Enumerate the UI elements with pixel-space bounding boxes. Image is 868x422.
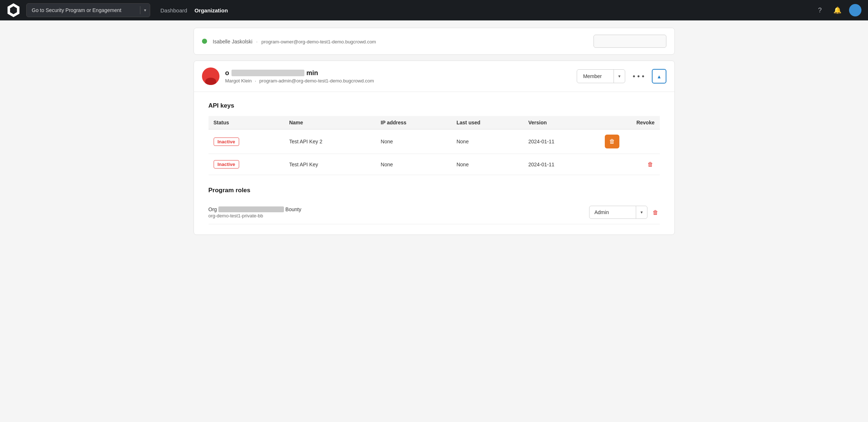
role-select-placeholder [593,35,666,48]
admin-role-select[interactable]: Admin ▾ [589,206,647,219]
member-controls: Member ▾ • • • ▴ [577,69,666,84]
member-info: o min Margot Klein · program-admin@org-d… [225,69,571,84]
member-expanded-content: API keys Status Name IP address Last use… [194,92,674,235]
name-prefix: o [225,69,229,77]
trash-icon-role: 🗑 [653,209,658,216]
row2-ip: None [375,154,451,175]
nav-links: Dashboard Organization [160,7,228,13]
top-member-card: Isabelle Jaskolski · program-owner@org-d… [194,28,675,55]
top-member-info: Isabelle Jaskolski · program-owner@org-d… [213,38,376,44]
api-key-row-1: Inactive Test API Key 2 None None 2024-0… [209,129,660,154]
security-program-dropdown[interactable]: Go to Security Program or Engagement ▾ [26,3,150,17]
role-select[interactable]: Member ▾ [577,69,625,83]
chevron-down-icon: ▾ [144,8,146,13]
program-role-name: Org Bounty [209,206,589,212]
status-badge-inactive-2: Inactive [214,160,239,169]
role-name-prefix: Org [209,206,217,212]
row1-name: Test API Key 2 [284,129,375,154]
logo-inner [9,6,17,14]
row2-last-used: None [451,154,523,175]
top-navigation: Go to Security Program or Engagement ▾ D… [0,0,868,20]
row2-status: Inactive [209,154,284,175]
email-separator: · [255,78,256,84]
chevron-down-icon: ▾ [636,210,647,215]
notifications-button[interactable]: 🔔 [832,4,843,16]
program-role-sub: org-demo-test1-private-bb [209,213,589,218]
trash-icon: 🗑 [609,138,615,145]
api-keys-table: Status Name IP address Last used Version… [209,116,660,175]
row1-status: Inactive [209,129,284,154]
col-last-used: Last used [451,116,523,129]
col-status: Status [209,116,284,129]
name-redacted [231,70,304,76]
program-role-item-1: Org Bounty org-demo-test1-private-bb Adm… [209,201,660,224]
revoke-button-highlighted[interactable]: 🗑 [605,135,619,148]
chevron-down-icon: ▾ [614,74,625,79]
admin-role-label: Admin [589,209,636,215]
role-label: Member [577,73,614,79]
role-name-redacted [218,206,284,212]
chevron-up-icon: ▴ [658,73,661,80]
revoke-button-plain[interactable]: 🗑 [646,159,655,170]
api-table-body: Inactive Test API Key 2 None None 2024-0… [209,129,660,175]
col-revoke: Revoke [600,116,659,129]
program-roles-section: Program roles Org Bounty org-demo-test1-… [209,187,660,224]
api-keys-section: API keys Status Name IP address Last use… [209,102,660,175]
dashboard-link[interactable]: Dashboard [160,7,187,13]
page-content: Isabelle Jaskolski · program-owner@org-d… [183,20,686,248]
status-dot [202,39,207,44]
bell-icon: 🔔 [833,6,841,14]
row1-ip: None [375,129,451,154]
member-email: Margot Klein · program-admin@org-demo-te… [225,78,571,84]
collapse-button[interactable]: ▴ [652,69,666,84]
role-name-suffix: Bounty [285,206,301,212]
api-table-header: Status Name IP address Last used Version… [209,116,660,129]
help-button[interactable]: ? [814,4,826,16]
top-member-email: program-owner@org-demo-test1-demo.bugcro… [261,39,376,44]
help-icon: ? [818,7,822,14]
program-role-controls: Admin ▾ 🗑 [589,206,660,219]
top-member-name: Isabelle Jaskolski [213,39,253,44]
status-badge-inactive: Inactive [214,138,239,146]
col-ip: IP address [375,116,451,129]
email-address: program-admin@org-demo-test1-demo.bugcro… [259,78,374,84]
row1-last-used: None [451,129,523,154]
col-name: Name [284,116,375,129]
program-roles-title: Program roles [209,187,660,194]
member-name: o min [225,69,571,77]
row1-revoke: 🗑 [600,129,659,154]
program-role-info: Org Bounty org-demo-test1-private-bb [209,206,589,218]
nav-icons: ? 🔔 [814,4,861,16]
logo[interactable] [7,3,20,17]
more-icon: • • • [632,72,644,80]
api-table-header-row: Status Name IP address Last used Version… [209,116,660,129]
dropdown-label: Go to Security Program or Engagement [32,7,136,13]
user-avatar[interactable] [849,4,861,16]
remove-role-button[interactable]: 🗑 [651,207,660,218]
col-version: Version [523,116,600,129]
member-avatar [202,67,219,85]
row2-name: Test API Key [284,154,375,175]
main-member-card: o min Margot Klein · program-admin@org-d… [194,61,675,235]
name-suffix: min [307,69,318,77]
sub-name: Margot Klein [225,78,252,84]
more-options-button[interactable]: • • • [630,71,647,82]
top-member-separator: · [256,38,258,44]
row2-version: 2024-01-11 [523,154,600,175]
organization-link[interactable]: Organization [194,7,228,13]
api-keys-title: API keys [209,102,660,109]
api-key-row-2: Inactive Test API Key None None 2024-01-… [209,154,660,175]
member-header: o min Margot Klein · program-admin@org-d… [194,61,674,92]
dropdown-divider [140,6,140,14]
row2-revoke: 🗑 [600,154,659,175]
trash-icon-plain: 🗑 [647,161,653,167]
row1-version: 2024-01-11 [523,129,600,154]
